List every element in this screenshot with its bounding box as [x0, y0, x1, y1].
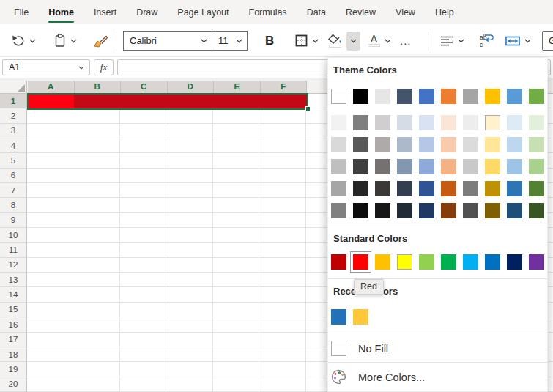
- theme-variant-swatch-7[interactable]: [485, 181, 500, 196]
- fill-color-split-button[interactable]: [327, 24, 360, 57]
- selection-fill-handle[interactable]: [305, 106, 311, 111]
- theme-variant-swatch-6[interactable]: [463, 159, 478, 174]
- column-header-f[interactable]: F: [261, 81, 308, 93]
- column-header-d[interactable]: D: [168, 81, 215, 93]
- theme-variant-swatch-3[interactable]: [397, 203, 412, 218]
- theme-color-swatch-3[interactable]: [397, 89, 412, 104]
- tab-insert[interactable]: Insert: [94, 0, 116, 24]
- row-header-19[interactable]: 19: [0, 362, 27, 377]
- theme-variant-swatch-8[interactable]: [507, 203, 522, 218]
- fill-color-button[interactable]: [327, 34, 342, 48]
- row-header-12[interactable]: 12: [0, 258, 27, 273]
- font-name-combobox[interactable]: Calibri: [123, 31, 212, 51]
- theme-variant-swatch-5[interactable]: [441, 115, 456, 130]
- standard-color-swatch-7[interactable]: [485, 254, 500, 270]
- tab-data[interactable]: Data: [307, 0, 326, 24]
- theme-variant-swatch-0[interactable]: [331, 181, 346, 196]
- tab-help[interactable]: Help: [435, 0, 454, 24]
- theme-variant-swatch-6[interactable]: [463, 137, 478, 152]
- row-header-3[interactable]: 3: [0, 124, 27, 138]
- font-size-combobox[interactable]: 11: [212, 31, 248, 51]
- row-header-16[interactable]: 16: [0, 317, 27, 332]
- recent-color-swatch-1[interactable]: [353, 309, 368, 325]
- theme-variant-swatch-9[interactable]: [529, 203, 544, 218]
- column-header-b[interactable]: B: [75, 81, 122, 93]
- theme-color-swatch-0[interactable]: [331, 89, 346, 104]
- merge-cells-button[interactable]: [505, 24, 531, 57]
- tab-review[interactable]: Review: [346, 0, 376, 24]
- tab-page-layout[interactable]: Page Layout: [177, 0, 229, 24]
- theme-variant-swatch-5[interactable]: [441, 203, 456, 218]
- theme-variant-swatch-7[interactable]: [485, 115, 500, 130]
- theme-variant-swatch-9[interactable]: [529, 159, 544, 174]
- alignment-button[interactable]: [440, 24, 464, 57]
- theme-variant-swatch-4[interactable]: [419, 159, 434, 174]
- theme-color-swatch-4[interactable]: [419, 89, 434, 104]
- theme-variant-swatch-3[interactable]: [397, 137, 412, 152]
- theme-variant-swatch-8[interactable]: [507, 137, 522, 152]
- bold-button[interactable]: B: [265, 24, 274, 57]
- standard-color-swatch-5[interactable]: [441, 254, 456, 270]
- theme-variant-swatch-0[interactable]: [331, 115, 346, 130]
- row-header-11[interactable]: 11: [0, 243, 27, 257]
- paste-button[interactable]: [54, 24, 77, 57]
- wrap-text-button[interactable]: ab c: [479, 24, 495, 57]
- row-header-5[interactable]: 5: [0, 153, 27, 168]
- tab-view[interactable]: View: [396, 0, 415, 24]
- theme-variant-swatch-1[interactable]: [353, 181, 368, 196]
- row-header-9[interactable]: 9: [0, 213, 27, 228]
- row-header-20[interactable]: 20: [0, 377, 27, 392]
- theme-variant-swatch-0[interactable]: [331, 203, 346, 218]
- theme-variant-swatch-0[interactable]: [331, 159, 346, 174]
- fill-color-dropdown-arrow[interactable]: [346, 32, 360, 51]
- theme-variant-swatch-8[interactable]: [507, 181, 522, 196]
- theme-variant-swatch-2[interactable]: [375, 115, 390, 130]
- more-colors-option[interactable]: More Colors...: [331, 369, 425, 385]
- theme-variant-swatch-0[interactable]: [331, 137, 346, 152]
- name-box[interactable]: A1: [2, 59, 90, 75]
- theme-variant-swatch-3[interactable]: [397, 159, 412, 174]
- row-header-17[interactable]: 17: [0, 333, 27, 347]
- theme-color-swatch-5[interactable]: [441, 89, 456, 104]
- standard-color-swatch-6[interactable]: [463, 254, 478, 270]
- theme-color-swatch-9[interactable]: [529, 89, 544, 104]
- row-header-18[interactable]: 18: [0, 347, 27, 362]
- undo-button[interactable]: [12, 24, 36, 57]
- tab-home[interactable]: Home: [48, 0, 74, 24]
- column-header-c[interactable]: C: [121, 81, 168, 93]
- format-painter-button[interactable]: [94, 24, 108, 57]
- theme-variant-swatch-4[interactable]: [419, 137, 434, 152]
- standard-color-swatch-selected-red[interactable]: [353, 254, 368, 270]
- row-header-7[interactable]: 7: [0, 183, 27, 198]
- row-header-13[interactable]: 13: [0, 273, 27, 287]
- theme-color-swatch-1[interactable]: [353, 89, 368, 104]
- theme-variant-swatch-8[interactable]: [507, 159, 522, 174]
- theme-variant-swatch-8[interactable]: [507, 115, 522, 130]
- theme-variant-swatch-2[interactable]: [375, 159, 390, 174]
- theme-color-swatch-6[interactable]: [463, 89, 478, 104]
- theme-variant-swatch-3[interactable]: [397, 181, 412, 196]
- font-color-button[interactable]: A: [368, 24, 391, 57]
- theme-variant-swatch-1[interactable]: [353, 137, 368, 152]
- theme-variant-swatch-1[interactable]: [353, 159, 368, 174]
- tab-formulas[interactable]: Formulas: [249, 0, 287, 24]
- tab-draw[interactable]: Draw: [136, 0, 157, 24]
- theme-color-swatch-2[interactable]: [375, 89, 390, 104]
- theme-variant-swatch-3[interactable]: [397, 115, 412, 130]
- borders-button[interactable]: [295, 24, 319, 57]
- theme-variant-swatch-4[interactable]: [419, 115, 434, 130]
- theme-variant-swatch-9[interactable]: [529, 181, 544, 196]
- theme-variant-swatch-7[interactable]: [485, 137, 500, 152]
- theme-variant-swatch-6[interactable]: [463, 203, 478, 218]
- number-format-combobox[interactable]: G: [542, 31, 553, 51]
- no-fill-option[interactable]: No Fill: [331, 341, 388, 356]
- row-header-1[interactable]: 1: [0, 94, 27, 108]
- standard-color-swatch-8[interactable]: [507, 254, 522, 270]
- theme-variant-swatch-6[interactable]: [463, 181, 478, 196]
- theme-variant-swatch-1[interactable]: [353, 203, 368, 218]
- theme-variant-swatch-9[interactable]: [529, 137, 544, 152]
- theme-variant-swatch-9[interactable]: [529, 115, 544, 130]
- theme-variant-swatch-5[interactable]: [441, 159, 456, 174]
- recent-color-swatch-0[interactable]: [331, 309, 346, 325]
- row-header-15[interactable]: 15: [0, 303, 27, 317]
